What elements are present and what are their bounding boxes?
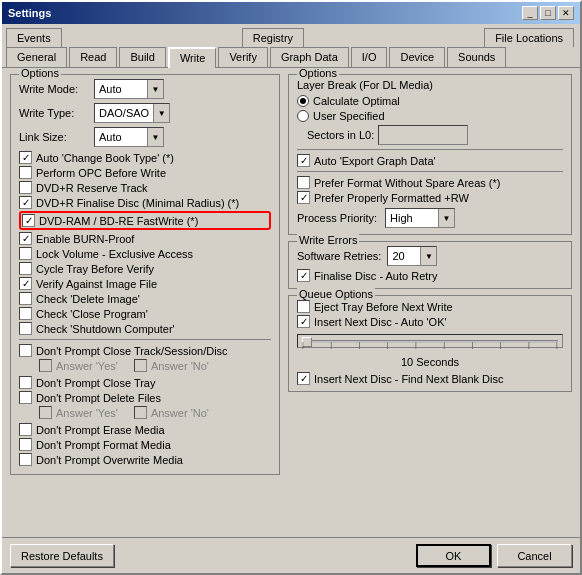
- cb-dvdr-finalise[interactable]: DVD+R Finalise Disc (Minimal Radius) (*): [19, 196, 271, 209]
- cb-dvdram-box[interactable]: [22, 214, 35, 227]
- cb-no-prompt-overwrite[interactable]: Don't Prompt Overwrite Media: [19, 453, 271, 466]
- sectors-row: Sectors in L0:: [307, 125, 563, 145]
- cb-answer-no-2-box[interactable]: [134, 406, 147, 419]
- cb-no-prompt-erase-box[interactable]: [19, 423, 32, 436]
- cb-auto-change-book-box[interactable]: [19, 151, 32, 164]
- cb-no-prompt-close-track[interactable]: Don't Prompt Close Track/Session/Disc: [19, 344, 271, 357]
- cb-no-prompt-close-tray[interactable]: Don't Prompt Close Tray: [19, 376, 271, 389]
- radio-user-specified[interactable]: User Specified: [297, 110, 563, 122]
- cb-eject-tray-label: Eject Tray Before Next Write: [314, 301, 453, 313]
- cb-insert-next[interactable]: Insert Next Disc - Auto 'OK': [297, 315, 563, 328]
- cb-no-prompt-overwrite-box[interactable]: [19, 453, 32, 466]
- ok-button[interactable]: OK: [416, 544, 491, 567]
- cb-perform-opc-box[interactable]: [19, 166, 32, 179]
- cb-prefer-format-box[interactable]: [297, 176, 310, 189]
- cb-shutdown-box[interactable]: [19, 322, 32, 335]
- cb-cycle-tray[interactable]: Cycle Tray Before Verify: [19, 262, 271, 275]
- write-type-dropdown[interactable]: DAO/SAO ▼: [94, 103, 170, 123]
- cb-delete-image-box[interactable]: [19, 292, 32, 305]
- cb-no-prompt-close-track-label: Don't Prompt Close Track/Session/Disc: [36, 345, 228, 357]
- link-size-dropdown[interactable]: Auto ▼: [94, 127, 164, 147]
- cb-cycle-tray-label: Cycle Tray Before Verify: [36, 263, 154, 275]
- cb-finalise-disc[interactable]: Finalise Disc - Auto Retry: [297, 269, 563, 282]
- cb-auto-change-book[interactable]: Auto 'Change Book Type' (*): [19, 151, 271, 164]
- cb-perform-opc[interactable]: Perform OPC Before Write: [19, 166, 271, 179]
- cb-no-prompt-erase[interactable]: Don't Prompt Erase Media: [19, 423, 271, 436]
- cb-prefer-properly-box[interactable]: [297, 191, 310, 204]
- tab-graph-data[interactable]: Graph Data: [270, 47, 349, 67]
- tab-io[interactable]: I/O: [351, 47, 388, 67]
- close-button[interactable]: ✕: [558, 6, 574, 20]
- cb-dvdr-finalise-box[interactable]: [19, 196, 32, 209]
- restore-defaults-button[interactable]: Restore Defaults: [10, 544, 114, 567]
- cb-finalise-disc-box[interactable]: [297, 269, 310, 282]
- queue-options-label: Queue Options: [297, 288, 375, 300]
- process-priority-arrow[interactable]: ▼: [438, 209, 454, 227]
- software-retries-arrow[interactable]: ▼: [420, 247, 436, 265]
- cb-dvdr-reserve-box[interactable]: [19, 181, 32, 194]
- process-priority-dropdown[interactable]: High ▼: [385, 208, 455, 228]
- cb-insert-next-box[interactable]: [297, 315, 310, 328]
- cb-no-prompt-close-tray-box[interactable]: [19, 376, 32, 389]
- cb-no-prompt-delete-files-box[interactable]: [19, 391, 32, 404]
- cb-lock-volume[interactable]: Lock Volume - Exclusive Access: [19, 247, 271, 260]
- cb-no-prompt-delete-files-label: Don't Prompt Delete Files: [36, 392, 161, 404]
- link-size-value: Auto: [95, 131, 147, 143]
- cb-auto-export-box[interactable]: [297, 154, 310, 167]
- cancel-button[interactable]: Cancel: [497, 544, 572, 567]
- cb-no-prompt-close-track-box[interactable]: [19, 344, 32, 357]
- cb-auto-change-book-label: Auto 'Change Book Type' (*): [36, 152, 174, 164]
- cb-no-prompt-delete-files[interactable]: Don't Prompt Delete Files: [19, 391, 271, 404]
- radio-user-specified-btn[interactable]: [297, 110, 309, 122]
- tab-read[interactable]: Read: [69, 47, 117, 67]
- cb-verify-image-box[interactable]: [19, 277, 32, 290]
- cb-lock-volume-box[interactable]: [19, 247, 32, 260]
- software-retries-dropdown[interactable]: 20 ▼: [387, 246, 437, 266]
- link-size-arrow[interactable]: ▼: [147, 128, 163, 146]
- cb-answer-no-1[interactable]: Answer 'No': [134, 359, 209, 372]
- radio-calculate-optimal[interactable]: Calculate Optimal: [297, 95, 563, 107]
- cb-eject-tray[interactable]: Eject Tray Before Next Write: [297, 300, 563, 313]
- layer-break-label: Layer Break (For DL Media): [297, 79, 563, 91]
- cb-close-program-box[interactable]: [19, 307, 32, 320]
- cb-prefer-format[interactable]: Prefer Format Without Spare Areas (*): [297, 176, 563, 189]
- write-type-arrow[interactable]: ▼: [153, 104, 169, 122]
- cb-auto-export[interactable]: Auto 'Export Graph Data': [297, 154, 563, 167]
- cb-close-program[interactable]: Check 'Close Program': [19, 307, 271, 320]
- radio-calculate-label: Calculate Optimal: [313, 95, 400, 107]
- maximize-button[interactable]: □: [540, 6, 556, 20]
- radio-calculate-optimal-btn[interactable]: [297, 95, 309, 107]
- cb-verify-image[interactable]: Verify Against Image File: [19, 277, 271, 290]
- cb-find-blank[interactable]: Insert Next Disc - Find Next Blank Disc: [297, 372, 563, 385]
- tab-write[interactable]: Write: [168, 47, 216, 68]
- tab-general[interactable]: General: [6, 47, 67, 67]
- cb-find-blank-box[interactable]: [297, 372, 310, 385]
- tab-sounds[interactable]: Sounds: [447, 47, 506, 67]
- cb-no-prompt-format[interactable]: Don't Prompt Format Media: [19, 438, 271, 451]
- cb-no-prompt-format-box[interactable]: [19, 438, 32, 451]
- tab-registry[interactable]: Registry: [242, 28, 304, 47]
- tab-build[interactable]: Build: [119, 47, 165, 67]
- cb-dvdr-reserve[interactable]: DVD+R Reserve Track: [19, 181, 271, 194]
- cb-burn-proof-box[interactable]: [19, 232, 32, 245]
- write-mode-dropdown[interactable]: Auto ▼: [94, 79, 164, 99]
- cb-shutdown[interactable]: Check 'Shutdown Computer': [19, 322, 271, 335]
- cb-burn-proof[interactable]: Enable BURN-Proof: [19, 232, 271, 245]
- cb-prefer-properly[interactable]: Prefer Properly Formatted +RW: [297, 191, 563, 204]
- tab-device[interactable]: Device: [389, 47, 445, 67]
- sectors-input[interactable]: [378, 125, 468, 145]
- tab-verify[interactable]: Verify: [218, 47, 268, 67]
- cb-answer-yes-1-box[interactable]: [39, 359, 52, 372]
- cb-answer-no-1-box[interactable]: [134, 359, 147, 372]
- cb-eject-tray-box[interactable]: [297, 300, 310, 313]
- cb-cycle-tray-box[interactable]: [19, 262, 32, 275]
- cb-answer-yes-2-box[interactable]: [39, 406, 52, 419]
- write-mode-arrow[interactable]: ▼: [147, 80, 163, 98]
- tab-events[interactable]: Events: [6, 28, 62, 47]
- cb-answer-yes-2[interactable]: Answer 'Yes': [39, 406, 118, 419]
- cb-delete-image[interactable]: Check 'Delete Image': [19, 292, 271, 305]
- tab-file-locations[interactable]: File Locations: [484, 28, 574, 47]
- cb-answer-yes-1[interactable]: Answer 'Yes': [39, 359, 118, 372]
- minimize-button[interactable]: _: [522, 6, 538, 20]
- cb-answer-no-2[interactable]: Answer 'No': [134, 406, 209, 419]
